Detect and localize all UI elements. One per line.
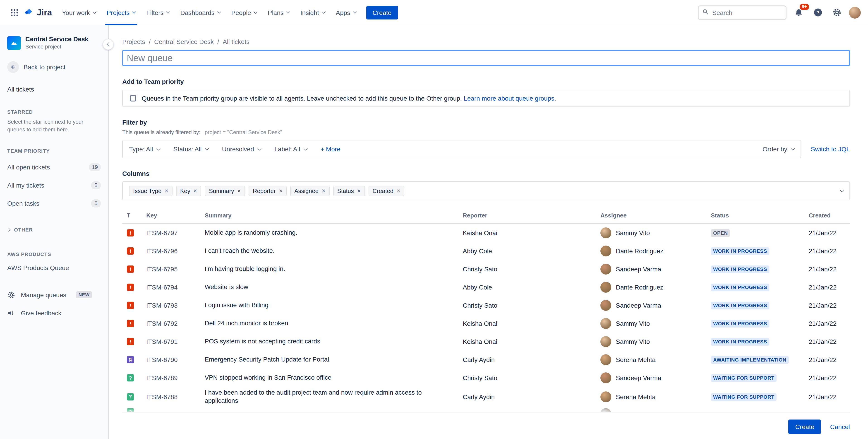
breadcrumb-item-central-service-desk[interactable]: Central Service Desk xyxy=(154,38,214,45)
chip-remove-icon[interactable]: × xyxy=(397,187,400,194)
filter-dropdown-status-all[interactable]: Status: All xyxy=(174,145,209,153)
sidebar-item-aws-products-queue[interactable]: AWS Products Queue xyxy=(0,259,108,276)
issue-key[interactable]: ITSM-6790 xyxy=(146,354,205,365)
issue-key[interactable]: ITSM-6793 xyxy=(146,300,205,311)
select-chevron-down-icon[interactable] xyxy=(840,188,844,192)
table-header-key: Key xyxy=(146,212,205,219)
table-header-summary: Summary xyxy=(205,212,463,219)
order-by-label: Order by xyxy=(763,145,787,153)
column-chip-assignee[interactable]: Assignee× xyxy=(290,185,330,196)
add-team-priority-heading: Add to Team priority xyxy=(122,78,850,85)
issue-reporter: Keisha Onai xyxy=(463,228,600,238)
nav-item-dashboards[interactable]: Dashboards xyxy=(175,0,226,25)
issue-row-itsm-6788[interactable]: ?ITSM-6788I have been added to the audit… xyxy=(122,387,850,406)
cancel-button[interactable]: Cancel xyxy=(830,423,850,430)
nav-item-filters[interactable]: Filters xyxy=(141,0,175,25)
order-by-dropdown[interactable]: Order by xyxy=(763,145,794,153)
issue-reporter: Christy Sato xyxy=(463,372,600,383)
jira-logo[interactable]: Jira xyxy=(22,6,57,18)
issue-row-itsm-6793[interactable]: !ITSM-6793Login issue with BillingChrist… xyxy=(122,296,850,314)
nav-item-plans[interactable]: Plans xyxy=(262,0,295,25)
nav-item-insight[interactable]: Insight xyxy=(295,0,331,25)
columns-select[interactable]: Issue Type×Key×Summary×Reporter×Assignee… xyxy=(122,181,850,200)
back-to-project-label: Back to project xyxy=(24,63,65,71)
chevron-down-icon xyxy=(322,10,326,14)
global-search[interactable] xyxy=(698,5,786,20)
app-switcher-icon[interactable] xyxy=(7,5,22,20)
issue-key[interactable]: ITSM-6792 xyxy=(146,318,205,329)
queue-groups-link[interactable]: Learn more about queue groups. xyxy=(464,95,556,102)
filter-dropdown-unresolved[interactable]: Unresolved xyxy=(222,145,261,153)
issue-row-itsm-6797[interactable]: !ITSM-6797Mobile app is randomly crashin… xyxy=(122,224,850,242)
filter-dropdown-label-all[interactable]: Label: All xyxy=(274,145,307,153)
nav-item-projects[interactable]: Projects xyxy=(101,0,141,25)
filter-dropdown-label: Label: All xyxy=(274,145,300,153)
chip-remove-icon[interactable]: × xyxy=(279,187,283,194)
more-filters-button[interactable]: + More xyxy=(320,145,341,153)
issue-reporter: Christy Sato xyxy=(463,264,600,274)
queue-name-input[interactable] xyxy=(122,50,850,66)
create-queue-button[interactable]: Create xyxy=(788,419,821,434)
settings-button[interactable] xyxy=(830,6,843,19)
issue-key[interactable]: ITSM-6788 xyxy=(146,391,205,402)
nav-item-people[interactable]: People xyxy=(226,0,262,25)
issue-row-itsm-6794[interactable]: !ITSM-6794Website is slowAbby ColeDante … xyxy=(122,278,850,296)
issue-row-itsm-6791[interactable]: !ITSM-6791POS system is not accepting cr… xyxy=(122,332,850,351)
collapse-sidebar-button[interactable] xyxy=(103,39,114,50)
team-priority-option: Queues in the Team priority group are vi… xyxy=(122,90,850,107)
issue-key[interactable]: ITSM-6789 xyxy=(146,372,205,383)
issue-row-itsm-6790[interactable]: ⇅ITSM-6790Emergency Security Patch Updat… xyxy=(122,351,850,369)
breadcrumb-item-all-tickets[interactable]: All tickets xyxy=(223,38,249,45)
sidebar-item-all-tickets[interactable]: All tickets xyxy=(0,83,108,96)
column-chip-key[interactable]: Key× xyxy=(176,185,201,196)
issue-row-itsm-6795[interactable]: !ITSM-6795I'm having trouble logging in.… xyxy=(122,260,850,278)
issue-key[interactable]: ITSM-6794 xyxy=(146,282,205,293)
give-feedback-button[interactable]: Give feedback xyxy=(0,304,108,322)
back-to-project[interactable]: Back to project xyxy=(0,61,108,73)
issue-summary: Dell 24 inch monitor is broken xyxy=(205,318,463,329)
other-section-toggle[interactable]: OTHER xyxy=(0,227,108,232)
switch-to-jql-link[interactable]: Switch to JQL xyxy=(811,145,850,153)
nav-item-your-work[interactable]: Your work xyxy=(57,0,101,25)
issue-row-itsm-6796[interactable]: !ITSM-6796I can't reach the website.Abby… xyxy=(122,242,850,260)
table-header-reporter: Reporter xyxy=(463,212,600,219)
create-button[interactable]: Create xyxy=(366,6,398,19)
column-chip-issue-type[interactable]: Issue Type× xyxy=(129,185,173,196)
issue-key[interactable]: ITSM-6795 xyxy=(146,264,205,274)
issue-key[interactable]: ITSM-6796 xyxy=(146,245,205,257)
chip-remove-icon[interactable]: × xyxy=(237,187,241,194)
chip-label: Summary xyxy=(209,187,234,194)
manage-queues-button[interactable]: Manage queues NEW xyxy=(0,286,108,304)
issue-summary: I'm having trouble logging in. xyxy=(205,263,463,275)
breadcrumb-separator: / xyxy=(149,38,151,45)
chip-remove-icon[interactable]: × xyxy=(193,187,197,194)
queue-item-all-my-tickets[interactable]: All my tickets5 xyxy=(0,176,108,194)
issues-table: TKeySummaryReporterAssigneeStatusCreated… xyxy=(122,212,850,413)
column-chip-status[interactable]: Status× xyxy=(333,185,365,196)
column-chip-reporter[interactable]: Reporter× xyxy=(249,185,287,196)
project-header[interactable]: Central Service Desk Service project xyxy=(0,25,108,50)
notifications-button[interactable]: 9+ xyxy=(792,6,806,19)
search-input[interactable] xyxy=(712,9,782,16)
chip-remove-icon[interactable]: × xyxy=(164,187,168,194)
help-button[interactable]: ? xyxy=(811,6,825,19)
issue-row-itsm-6789[interactable]: ?ITSM-6789VPN stopped working in San Fra… xyxy=(122,369,850,387)
chip-remove-icon[interactable]: × xyxy=(357,187,361,194)
assignee-name: Sandeep Varma xyxy=(616,374,661,381)
nav-item-apps[interactable]: Apps xyxy=(330,0,362,25)
issue-key[interactable]: ITSM-6797 xyxy=(146,228,205,238)
issue-type-service_request-icon: ? xyxy=(127,393,134,400)
issue-created: 21/Jan/22 xyxy=(809,318,850,329)
prefilter-line: This queue is already filtered by: proje… xyxy=(122,129,850,136)
breadcrumb-item-projects[interactable]: Projects xyxy=(122,38,145,45)
chip-remove-icon[interactable]: × xyxy=(322,187,325,194)
queue-item-open-tasks[interactable]: Open tasks0 xyxy=(0,194,108,212)
filter-dropdown-type-all[interactable]: Type: All xyxy=(129,145,160,153)
user-avatar[interactable] xyxy=(849,6,861,18)
issue-row-itsm-6792[interactable]: !ITSM-6792Dell 24 inch monitor is broken… xyxy=(122,314,850,332)
column-chip-created[interactable]: Created× xyxy=(368,185,404,196)
issue-key[interactable]: ITSM-6791 xyxy=(146,336,205,347)
column-chip-summary[interactable]: Summary× xyxy=(205,185,245,196)
team-priority-checkbox[interactable] xyxy=(130,95,136,101)
queue-item-all-open-tickets[interactable]: All open tickets19 xyxy=(0,158,108,176)
